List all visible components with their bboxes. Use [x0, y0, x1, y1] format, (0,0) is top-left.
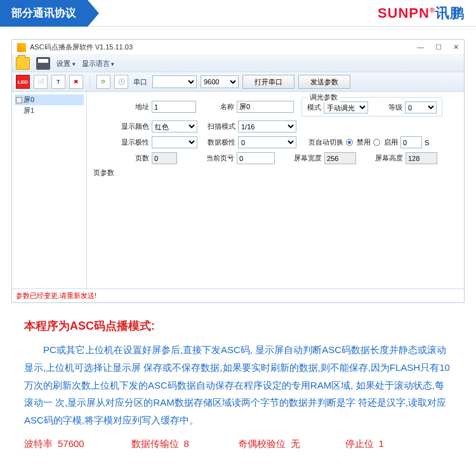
save-icon[interactable]	[36, 57, 50, 70]
article: 本程序为ASC码点播模式: PC或其它上位机在设置好屏参后,直接下发ASC码, …	[0, 303, 476, 462]
article-title: 本程序为ASC码点播模式:	[24, 318, 452, 333]
baud-select[interactable]: 9600	[201, 75, 239, 88]
seconds-input[interactable]	[400, 136, 422, 148]
app-icon	[17, 43, 26, 52]
auto-switch-label: 页自动切换	[299, 138, 343, 147]
separator	[89, 75, 90, 88]
dim-group: 调光参数 模式 手动调光 等级 0	[301, 97, 442, 117]
cur-page-input[interactable]	[237, 152, 275, 164]
brand-logo: SUNPN®讯鹏	[378, 4, 465, 23]
workspace: 屏0 屏1 地址 名称 调光参数 模式 手动调光 等级 0	[12, 92, 464, 288]
screen-icon	[16, 97, 22, 103]
cur-page-label: 当前页号	[180, 153, 234, 163]
spec-row: 波特率57600 数据传输位8 奇偶校验位无 停止位1	[24, 438, 452, 450]
spec-parity: 奇偶校验位无	[238, 438, 345, 450]
width-input	[324, 152, 356, 164]
addr-input[interactable]	[152, 101, 196, 113]
level-label: 等级	[371, 103, 402, 112]
color-select[interactable]: 红色	[152, 120, 197, 133]
close-button[interactable]: ✕	[453, 43, 459, 51]
menu-language[interactable]: 显示语言	[82, 59, 115, 68]
doc-icon[interactable]: 📄	[34, 75, 48, 89]
open-port-button[interactable]: 打开串口	[242, 75, 294, 89]
spec-stop: 停止位1	[345, 438, 453, 450]
minimize-button[interactable]: —	[417, 43, 424, 51]
led-icon[interactable]: LED	[16, 75, 30, 89]
data-polarity-label: 数据极性	[200, 138, 235, 147]
header-chevron-icon	[88, 0, 99, 27]
form-area: 地址 名称 调光参数 模式 手动调光 等级 0 显示颜色 红色 扫描模式	[87, 92, 464, 288]
status-bar: 参数已经变更,请重新发送!	[12, 288, 464, 302]
seconds-unit: S	[425, 139, 429, 146]
scan-select[interactable]: 1/16	[238, 120, 296, 133]
polarity-select[interactable]	[152, 136, 197, 148]
page-header: 部分通讯协议 SUNPN®讯鹏	[0, 0, 476, 27]
text-icon[interactable]: T	[51, 75, 65, 89]
auto-on-radio[interactable]: 启用	[373, 138, 398, 147]
menu-settings[interactable]: 设置	[56, 59, 76, 68]
port-select[interactable]	[152, 75, 197, 88]
pages-input	[152, 152, 177, 164]
addr-label: 地址	[93, 102, 149, 112]
polarity-label: 显示极性	[93, 138, 149, 147]
spec-data: 数据传输位8	[131, 438, 239, 450]
maximize-button[interactable]: ☐	[435, 43, 442, 51]
mode-select[interactable]: 手动调光	[324, 101, 368, 113]
mode-label: 模式	[307, 103, 321, 112]
pages-label: 页数	[93, 153, 149, 163]
titlebar: ASC码点播条屏软件 V1.15.11.03 — ☐ ✕	[12, 40, 464, 55]
name-input[interactable]	[237, 101, 294, 113]
radio-icon	[346, 139, 353, 146]
article-body: PC或其它上位机在设置好屏参后,直接下发ASC码, 显示屏自动判断ASC码数据长…	[24, 341, 452, 429]
delete-icon[interactable]: ✖	[69, 75, 83, 89]
open-icon[interactable]	[16, 57, 30, 70]
spec-baud: 波特率57600	[24, 438, 131, 450]
header-tab: 部分通讯协议	[0, 0, 88, 27]
radio-icon	[373, 139, 380, 146]
name-label: 名称	[199, 102, 234, 112]
data-polarity-select[interactable]: 0	[238, 136, 296, 148]
app-window: ASC码点播条屏软件 V1.15.11.03 — ☐ ✕ 设置 显示语言 LED…	[11, 39, 465, 303]
send-params-button[interactable]: 发送参数	[298, 75, 350, 89]
auto-off-radio[interactable]: 禁用	[346, 138, 371, 147]
toolbar: LED 📄 T ✖ ⟳ 🕐 串口 9600 打开串口 发送参数	[12, 72, 464, 92]
tree-child[interactable]: 屏1	[15, 105, 84, 116]
menubar: 设置 显示语言	[12, 55, 464, 72]
page-params-label: 页参数	[93, 168, 458, 178]
window-title: ASC码点播条屏软件 V1.15.11.03	[30, 42, 133, 52]
refresh-icon[interactable]: ⟳	[96, 75, 110, 89]
clock-icon[interactable]: 🕐	[114, 75, 128, 89]
port-label: 串口	[133, 77, 147, 87]
height-input	[406, 152, 437, 164]
width-label: 屏幕宽度	[277, 153, 322, 163]
tree-panel: 屏0 屏1	[12, 92, 87, 288]
color-label: 显示颜色	[93, 122, 149, 131]
height-label: 屏幕高度	[359, 153, 403, 163]
tree-root[interactable]: 屏0	[15, 94, 84, 105]
level-select[interactable]: 0	[405, 101, 437, 113]
scan-label: 扫描模式	[200, 122, 235, 131]
